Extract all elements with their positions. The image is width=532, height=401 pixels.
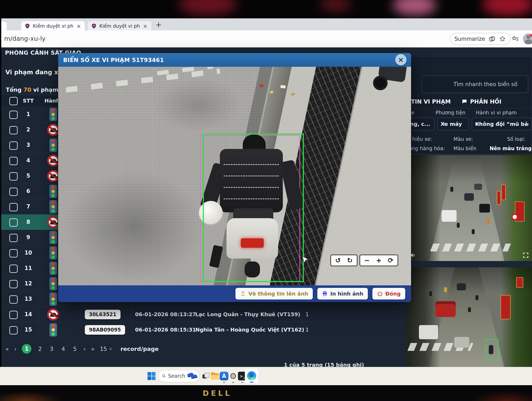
row-checkbox[interactable] bbox=[9, 265, 18, 273]
taskbar-search[interactable]: Search bbox=[158, 370, 199, 382]
tab-close-icon[interactable]: × bbox=[76, 23, 82, 29]
favorites-list-icon[interactable] bbox=[512, 35, 519, 43]
parked-motorcycle-wheel bbox=[373, 76, 387, 90]
traffic-light-icon bbox=[50, 108, 57, 121]
prev-page-button[interactable]: ‹ bbox=[14, 346, 17, 352]
next-page-button[interactable]: › bbox=[83, 346, 86, 352]
caret-down-icon: ▾ bbox=[477, 122, 479, 127]
camera-feed-1[interactable] bbox=[406, 155, 532, 261]
page-button[interactable]: 4 bbox=[60, 346, 66, 352]
scene-motorbike bbox=[429, 291, 432, 296]
row-checkbox[interactable] bbox=[9, 311, 18, 319]
tab-label: TIN VI PHẠM bbox=[411, 98, 451, 105]
tab-feedback[interactable]: PHẢN HỒI bbox=[461, 98, 501, 105]
page-buttons: 12345 bbox=[22, 344, 78, 354]
scene-shade bbox=[406, 155, 532, 183]
vehicle-dropdown[interactable]: Xe máy ▾ bbox=[437, 117, 469, 130]
tab-close-icon[interactable]: × bbox=[142, 23, 148, 29]
zoom-out-button[interactable]: − bbox=[364, 256, 370, 264]
tab-violation-info[interactable]: TIN VI PHẠM bbox=[411, 98, 451, 105]
rotate-left-button[interactable]: ↺ bbox=[335, 256, 341, 264]
row-checkbox[interactable] bbox=[9, 218, 18, 227]
page-button[interactable]: 1 bbox=[22, 344, 31, 354]
scene-motorbike bbox=[444, 287, 447, 292]
zoom-in-button[interactable]: + bbox=[376, 256, 381, 264]
traffic-light-icon bbox=[50, 138, 57, 152]
start-button[interactable] bbox=[147, 371, 156, 381]
draw-info-button[interactable]: Vẽ thông tin lên ảnh bbox=[235, 288, 313, 299]
row-checkbox[interactable] bbox=[9, 142, 18, 150]
row-checkbox[interactable] bbox=[9, 295, 18, 304]
row-stt: 10 bbox=[18, 250, 39, 256]
plate-chip[interactable]: 98AB09095 bbox=[85, 325, 125, 335]
page-size-select[interactable]: 15 ∨ bbox=[100, 346, 112, 352]
page-size-label: record/page bbox=[120, 346, 159, 352]
row-checkbox[interactable] bbox=[9, 326, 18, 334]
first-page-button[interactable]: « bbox=[5, 346, 9, 352]
camera-feed-2[interactable] bbox=[406, 267, 532, 367]
favorite-star-icon[interactable] bbox=[499, 36, 506, 42]
behavior-dropdown[interactable]: Không đội “mũ bảo hiểm c... ▾ bbox=[472, 117, 532, 130]
violation-photo[interactable]: ↺ ↻ − + ⟳ bbox=[58, 67, 411, 285]
row-checkbox[interactable] bbox=[9, 234, 18, 242]
select-all-checkbox[interactable] bbox=[9, 97, 18, 105]
page-button[interactable]: 3 bbox=[48, 346, 55, 352]
reset-zoom-button[interactable]: ⟳ bbox=[388, 256, 393, 264]
no-motorcycle-icon bbox=[47, 124, 59, 136]
close-modal-button[interactable]: Đóng bbox=[372, 288, 405, 299]
file-explorer-button[interactable] bbox=[210, 371, 219, 381]
traffic-light-icon bbox=[50, 185, 57, 198]
row-checkbox[interactable] bbox=[9, 280, 18, 288]
task-view-button[interactable] bbox=[201, 371, 210, 381]
browser-toolbar: m/dang-xu-ly Summarize bbox=[1, 30, 532, 48]
power-icon bbox=[377, 291, 383, 297]
modal-close-button[interactable]: × bbox=[395, 54, 406, 65]
page-button[interactable]: 5 bbox=[72, 346, 78, 352]
app-a-icon: A bbox=[220, 372, 228, 380]
dropdown-value: Không đội “mũ bảo hiểm c... bbox=[475, 121, 529, 127]
row-checkbox[interactable] bbox=[9, 188, 18, 196]
scene-shade bbox=[406, 267, 532, 293]
row-checkbox[interactable] bbox=[9, 203, 18, 211]
edge-browser-button[interactable] bbox=[245, 369, 259, 384]
no-motorcycle-icon bbox=[47, 170, 59, 182]
caret-down-icon: ▾ bbox=[443, 122, 445, 127]
row-checkbox[interactable] bbox=[9, 126, 18, 134]
row-checkbox[interactable] bbox=[9, 249, 18, 258]
row-stt: 14 bbox=[18, 311, 39, 317]
url-text[interactable]: m/dang-xu-ly bbox=[4, 35, 45, 42]
browser-tab-1[interactable]: Kiểm duyệt vi phạm × bbox=[21, 21, 85, 31]
row-stt: 6 bbox=[18, 188, 39, 194]
row-stt: 5 bbox=[18, 173, 39, 179]
traffic-light-icon bbox=[50, 292, 57, 306]
mouse-cursor bbox=[302, 256, 309, 264]
parked-motorcycle bbox=[371, 67, 411, 93]
traffic-light-icon bbox=[50, 323, 57, 336]
pagination: « ‹ 12345 › » 15 ∨ record/page bbox=[5, 344, 159, 354]
page-button[interactable]: 2 bbox=[37, 346, 43, 352]
app-a-button[interactable]: A bbox=[219, 371, 228, 381]
last-page-button[interactable]: » bbox=[91, 346, 95, 352]
row-checkbox[interactable] bbox=[9, 111, 18, 119]
browser-tabstrip: Kiểm duyệt vi phạm × Kiểm duyệt vi phạm … bbox=[1, 18, 532, 31]
copilot-icon[interactable] bbox=[489, 36, 495, 42]
summarize-button[interactable]: Summarize bbox=[455, 36, 485, 42]
row-checkbox[interactable] bbox=[9, 157, 18, 165]
scene-motorbike bbox=[457, 223, 460, 228]
settings-button[interactable]: ⚙ bbox=[228, 371, 238, 381]
bokeh-light bbox=[393, 0, 437, 15]
table-row[interactable]: 1598AB0909506-01-2026 08:15:31Nghĩa Tân … bbox=[1, 322, 404, 337]
row-checkbox[interactable] bbox=[9, 172, 18, 181]
plate-search-input[interactable] bbox=[422, 76, 528, 93]
partial-tab[interactable] bbox=[1, 22, 7, 31]
browser-profile-avatar[interactable] bbox=[523, 33, 532, 45]
row-stt: 8 bbox=[18, 219, 39, 225]
fullscreen-icon[interactable] bbox=[522, 252, 529, 259]
print-image-button[interactable]: In hình ảnh bbox=[317, 288, 368, 299]
row-stt: 2 bbox=[18, 126, 39, 133]
table-row[interactable]: 1430L6352106-01-2026 08:13:27Lạc Long Qu… bbox=[1, 307, 404, 322]
browser-tab-2[interactable]: Kiểm duyệt vi phạm × bbox=[88, 21, 151, 31]
new-tab-button[interactable]: + bbox=[155, 20, 162, 29]
rotate-right-button[interactable]: ↻ bbox=[347, 256, 353, 264]
plate-chip[interactable]: 30L63521 bbox=[85, 310, 120, 319]
